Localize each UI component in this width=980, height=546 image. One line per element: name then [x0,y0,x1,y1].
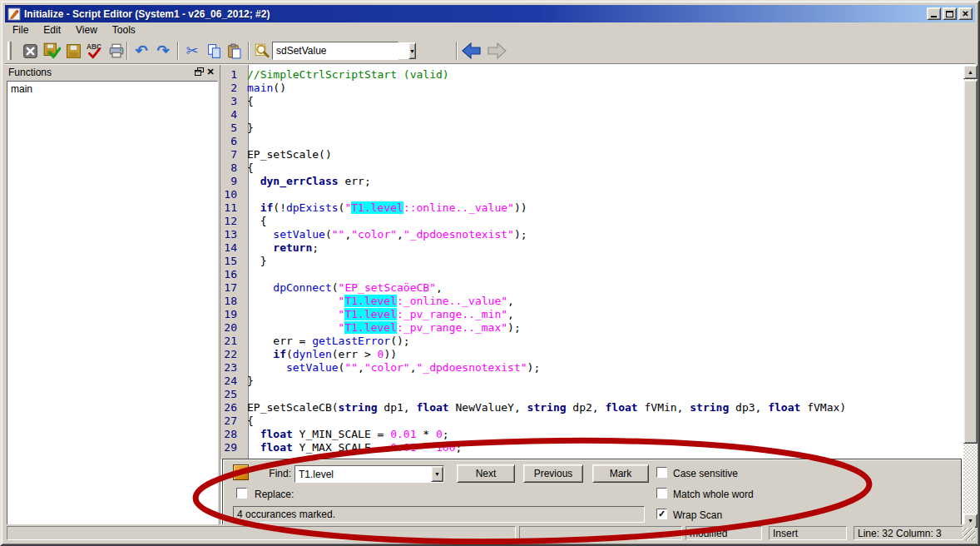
toolbar-separator [126,42,128,60]
find-close-button[interactable]: ✕ [233,464,249,480]
panel-close-button[interactable]: ✕ [205,67,216,78]
code-line[interactable]: 5} [220,122,963,135]
menu-file[interactable]: File [5,22,36,38]
scrollbar-thumb[interactable] [963,80,978,444]
forward-arrow-icon [486,41,507,61]
menu-bar: File Edit View Tools [5,22,975,38]
code-line[interactable]: 28 float Y_MIN_SCALE = 0.01 * 0; [220,428,963,441]
wrap-scan-label: Wrap Scan [673,509,722,521]
save-check-button[interactable] [41,40,62,62]
match-whole-word-checkbox[interactable] [656,488,667,499]
maximize-button[interactable] [943,7,957,20]
undo-button[interactable]: ↶ [131,40,152,62]
cut-icon: ✂ [186,43,198,58]
code-line[interactable]: 15 } [220,255,963,268]
code-line[interactable]: 25 [220,388,963,401]
match-whole-word-label: Match whole word [673,489,754,500]
code-line[interactable]: 26EP_setScaleCB(string dp1, float NewVal… [220,401,963,414]
functions-panel: Functions ✕ main [7,65,218,528]
function-combo-input[interactable] [273,42,408,59]
paste-icon [226,43,242,59]
code-line[interactable]: 22 if(dynlen(err > 0)) [220,348,963,361]
scroll-up-icon: ▲ [968,69,973,75]
scroll-up-button[interactable]: ▲ [963,65,978,79]
functions-list[interactable]: main [7,81,218,526]
code-line[interactable]: 3{ [220,95,963,108]
syntax-check-button[interactable]: ABC [84,40,106,62]
resize-grip[interactable] [963,528,975,540]
close-button[interactable]: ✕ [958,7,973,20]
code-line[interactable]: 14 return; [220,241,963,255]
status-bar: modified Insert Line: 32 Column: 3 [5,524,975,541]
close-icon: ✕ [962,10,968,18]
code-line[interactable]: 9 dyn_errClass err; [220,175,963,188]
code-line[interactable]: 27{ [220,414,963,428]
code-line[interactable]: 11 if(!dpExists("T1.level::online.._valu… [220,201,963,215]
code-line[interactable]: 13 setValue("","color","_dpdoesnotexist"… [220,228,963,241]
redo-icon: ↷ [156,43,169,58]
code-line[interactable]: 10 [220,188,963,201]
code-line[interactable]: 12 { [220,215,963,228]
cut-button[interactable]: ✂ [181,40,203,62]
toolbar-separator [177,42,179,60]
redo-button[interactable]: ↷ [152,40,174,62]
vertical-scrollbar[interactable]: ▲ ▼ [963,65,978,528]
navigate-forward-button[interactable] [486,40,507,62]
close-script-icon [22,43,38,59]
scroll-down-icon: ▼ [968,518,973,524]
copy-icon [206,43,222,59]
search-button[interactable] [251,40,273,62]
paste-button[interactable] [223,40,245,62]
minimize-icon [931,16,937,17]
code-line[interactable]: 20 "T1.level:_pv_range.._max"); [220,321,963,335]
functions-panel-header: Functions ✕ [7,65,218,79]
code-line[interactable]: 29 float Y_MAX_SCALE = 0.01 * 100; [220,441,963,454]
code-line[interactable]: 2main() [220,82,963,95]
replace-checkbox[interactable] [236,488,247,499]
find-combobox[interactable]: ▼ [294,465,444,483]
menu-view[interactable]: View [68,22,105,38]
case-sensitive-checkbox[interactable] [656,467,667,478]
code-line[interactable]: 16 [220,268,963,281]
copy-button[interactable] [203,40,225,62]
function-combo-dropdown-icon[interactable]: ▼ [408,42,416,59]
navigate-back-button[interactable] [461,40,483,62]
function-combobox[interactable]: ▼ [272,42,398,60]
case-sensitive-label: Case sensitive [673,468,738,479]
close-script-button[interactable] [19,40,41,62]
title-bar[interactable]: Initialize - Script Editor (System1 - v2… [5,5,975,22]
code-line[interactable]: 18 "T1.level:_online.._value", [220,295,963,308]
code-line[interactable]: 19 "T1.level:_pv_range.._min", [220,308,963,321]
find-combo-dropdown-icon[interactable]: ▼ [431,466,443,482]
code-line[interactable]: 23 setValue("","color","_dpdoesnotexist"… [220,361,963,375]
code-line[interactable]: 8{ [220,161,963,175]
find-mark-button[interactable]: Mark [592,464,649,483]
code-line[interactable]: 4 [220,108,963,122]
function-list-item[interactable]: main [11,83,214,95]
float-icon [195,67,204,77]
code-line[interactable]: 1//SimpleCtrlScriptStart (valid) [220,68,963,82]
code-line[interactable]: 21 err = getLastError(); [220,335,963,348]
code-line[interactable]: 7EP_setScale() [220,148,963,161]
script-editor-window: Initialize - Script Editor (System1 - v2… [0,0,980,546]
code-area[interactable]: 1//SimpleCtrlScriptStart (valid)2main()3… [220,68,963,454]
code-line[interactable]: 6 [220,135,963,148]
save-button[interactable] [62,40,84,62]
undo-icon: ↶ [135,43,147,58]
panel-float-button[interactable] [193,67,205,78]
menu-tools[interactable]: Tools [105,22,143,38]
code-editor[interactable]: 1//SimpleCtrlScriptStart (valid)2main()3… [220,65,963,528]
save-icon [66,43,82,59]
wrap-scan-checkbox[interactable] [656,509,667,519]
menu-edit[interactable]: Edit [36,22,68,38]
find-input[interactable] [295,466,431,482]
code-line[interactable]: 24} [220,375,963,388]
code-line[interactable]: 17 dpConnect("EP_setScaöeCB", [220,281,963,295]
find-next-button[interactable]: Next [457,464,515,483]
replace-label: Replace: [255,489,294,500]
minimize-button[interactable] [927,7,941,20]
find-previous-button[interactable]: Previous [523,464,583,483]
print-button[interactable] [106,40,127,62]
main-area: Functions ✕ main 1//SimpleCtrlScriptStar… [5,65,975,528]
toolbar-drag-handle[interactable] [7,42,12,60]
